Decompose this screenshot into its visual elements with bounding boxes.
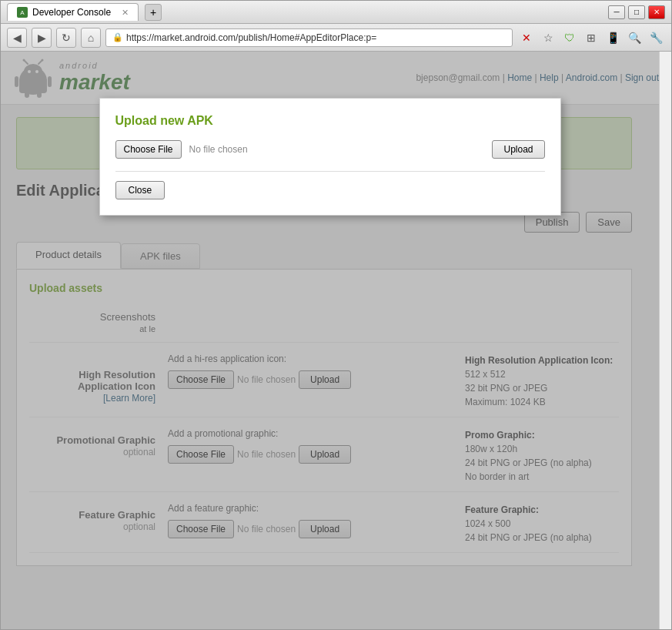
- modal-divider: [115, 171, 545, 172]
- tab-close-icon[interactable]: ✕: [122, 8, 129, 18]
- tab-favicon: A: [17, 7, 28, 18]
- page-content: android market bjepson@gmail.com | Home …: [1, 52, 671, 629]
- browser-window: A Developer Console ✕ + ─ □ ✕ ◀: [0, 0, 672, 630]
- modal-footer: Close: [115, 181, 545, 199]
- upload-apk-modal: Upload new APK Choose File No file chose…: [99, 98, 561, 216]
- title-bar-left: A Developer Console ✕ +: [7, 3, 608, 21]
- title-bar-controls: ─ □ ✕: [608, 5, 665, 19]
- star-icon[interactable]: ☆: [539, 28, 557, 47]
- modal-upload-button[interactable]: Upload: [492, 140, 544, 159]
- browser-tab[interactable]: A Developer Console ✕: [7, 3, 139, 21]
- lock-icon: 🔒: [112, 32, 123, 42]
- new-tab-button[interactable]: +: [145, 4, 162, 21]
- modal-file-input: Choose File No file chosen: [115, 140, 248, 159]
- close-button[interactable]: ✕: [648, 5, 665, 19]
- nav-icons: ✕ ☆ 🛡 ⊞ 📱 🔍 🔧: [517, 28, 665, 47]
- scrollbar[interactable]: [659, 52, 671, 629]
- address-bar[interactable]: 🔒 https://market.android.com/publish/Hom…: [105, 28, 513, 47]
- modal-overlay[interactable]: Upload new APK Choose File No file chose…: [1, 52, 659, 629]
- back-button[interactable]: ◀: [7, 28, 27, 48]
- forward-button[interactable]: ▶: [32, 28, 52, 48]
- title-bar: A Developer Console ✕ + ─ □ ✕: [1, 1, 671, 24]
- modal-choose-file-button[interactable]: Choose File: [115, 140, 182, 159]
- phone-icon[interactable]: 📱: [603, 28, 622, 47]
- url-text: https://market.android.com/publish/Home#…: [126, 32, 376, 43]
- minimize-button[interactable]: ─: [608, 5, 625, 19]
- refresh-icon: ↻: [62, 32, 71, 44]
- nav-bar: ◀ ▶ ↻ ⌂ 🔒 https://market.android.com/pub…: [1, 24, 671, 52]
- shield-icon[interactable]: 🛡: [560, 28, 579, 47]
- tab-title: Developer Console: [32, 7, 111, 18]
- modal-close-button[interactable]: Close: [115, 181, 165, 199]
- tools-icon[interactable]: 🔧: [647, 28, 665, 47]
- maximize-button[interactable]: □: [628, 5, 645, 19]
- back-icon: ◀: [13, 32, 22, 44]
- svg-text:A: A: [20, 9, 25, 16]
- modal-title: Upload new APK: [115, 114, 545, 128]
- forward-icon: ▶: [38, 32, 46, 44]
- stop-icon[interactable]: ✕: [517, 28, 536, 47]
- modal-body: Choose File No file chosen Upload: [115, 140, 545, 159]
- search-icon[interactable]: 🔍: [625, 28, 644, 47]
- grid-icon[interactable]: ⊞: [582, 28, 600, 47]
- home-button[interactable]: ⌂: [81, 28, 101, 48]
- refresh-button[interactable]: ↻: [56, 28, 76, 48]
- home-icon: ⌂: [88, 32, 94, 44]
- modal-no-file: No file chosen: [189, 144, 248, 155]
